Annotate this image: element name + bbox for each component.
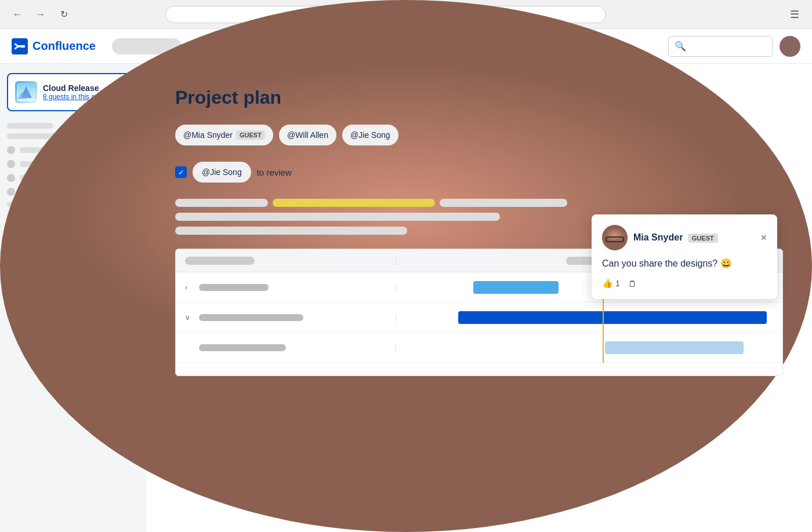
comment-popup: Mia Snyder GUEST × Can you share the des…	[592, 214, 777, 299]
mention-tag-will[interactable]: @Will Allen	[279, 125, 336, 145]
refresh-button[interactable]: ↻	[56, 6, 72, 23]
comment-header: Mia Snyder GUEST ×	[602, 225, 767, 250]
avatar-glasses	[606, 236, 624, 242]
mention-tags: @Mia Snyder GUEST @Will Allen @Jie Song	[175, 125, 783, 145]
sidebar-line	[7, 123, 53, 129]
back-button[interactable]: ←	[9, 6, 26, 23]
commenter-info: Mia Snyder GUEST	[633, 232, 718, 243]
gantt-row-right-3	[396, 333, 782, 362]
comment-text: Can you share the designs? 😀	[602, 257, 767, 270]
gantt-bar-main	[458, 311, 767, 324]
gantt-bar-light	[605, 341, 744, 354]
search-bar[interactable]: 🔍	[668, 36, 773, 57]
mention-jie-name: @Jie Song	[350, 130, 390, 140]
gantt-row-left-2: ∨	[176, 314, 396, 322]
user-avatar[interactable]	[780, 36, 800, 57]
forward-button[interactable]: →	[32, 6, 49, 23]
archive-icon: 🗒	[628, 279, 637, 289]
guest-badge-mia: GUEST	[236, 130, 265, 140]
gantt-column-label	[185, 257, 255, 265]
gantt-label	[199, 344, 286, 351]
gantt-label	[199, 314, 303, 321]
task-row: ✓ @Jie Song to review	[175, 162, 783, 183]
logo-icon	[12, 38, 28, 54]
page-content: Project plan @Mia Snyder GUEST @Will All…	[146, 64, 812, 532]
expand-icon-2[interactable]: ∨	[185, 314, 194, 322]
sidebar-dot	[7, 146, 15, 154]
gantt-row-left-3	[176, 344, 396, 352]
content-line	[175, 199, 268, 207]
task-mention[interactable]: @Jie Song	[193, 162, 251, 183]
expand-icon-1[interactable]: ›	[185, 283, 194, 291]
gantt-left-header	[176, 257, 396, 265]
sidebar-dot	[7, 174, 15, 182]
comment-actions: 👍 1 🗒	[602, 278, 767, 289]
confluence-logo[interactable]: Confluence	[12, 38, 96, 54]
gantt-bar	[473, 281, 559, 294]
like-button[interactable]: 👍 1	[602, 278, 620, 289]
page-title: Project plan	[175, 87, 783, 108]
content-line	[175, 227, 407, 235]
comment-close-button[interactable]: ×	[760, 232, 767, 244]
gantt-row-3	[176, 333, 782, 363]
search-icon: 🔍	[675, 41, 686, 52]
app-header: Confluence + Create 🔍	[0, 29, 812, 64]
commenter-avatar	[602, 225, 628, 250]
content-line	[440, 199, 567, 207]
sidebar-dot	[7, 160, 15, 168]
mention-tag-jie[interactable]: @Jie Song	[342, 125, 398, 145]
task-text: to review	[257, 167, 292, 177]
gantt-row-2: ∨	[176, 303, 782, 333]
gantt-row-right-2	[396, 303, 782, 332]
browser-menu-button[interactable]: ☰	[786, 6, 803, 23]
task-checkbox[interactable]: ✓	[175, 166, 187, 178]
sidebar-dot	[7, 188, 15, 196]
like-count: 1	[615, 279, 620, 288]
avatar-image	[780, 36, 800, 57]
space-icon	[15, 81, 37, 103]
content-line-highlight	[273, 199, 435, 207]
gantt-label	[199, 284, 269, 291]
commenter-name: Mia Snyder	[633, 232, 683, 242]
mention-mia-name: @Mia Snyder	[183, 130, 233, 140]
content-line	[175, 213, 500, 221]
mention-will-name: @Will Allen	[287, 130, 328, 140]
gantt-row-left-1: ›	[176, 283, 396, 291]
thumbs-up-icon: 👍	[602, 278, 613, 289]
archive-button[interactable]: 🗒	[628, 279, 637, 289]
commenter-badge: GUEST	[688, 234, 718, 243]
mention-tag-mia[interactable]: @Mia Snyder GUEST	[175, 125, 273, 145]
logo-text: Confluence	[32, 39, 96, 53]
header-right: 🔍	[668, 36, 800, 57]
